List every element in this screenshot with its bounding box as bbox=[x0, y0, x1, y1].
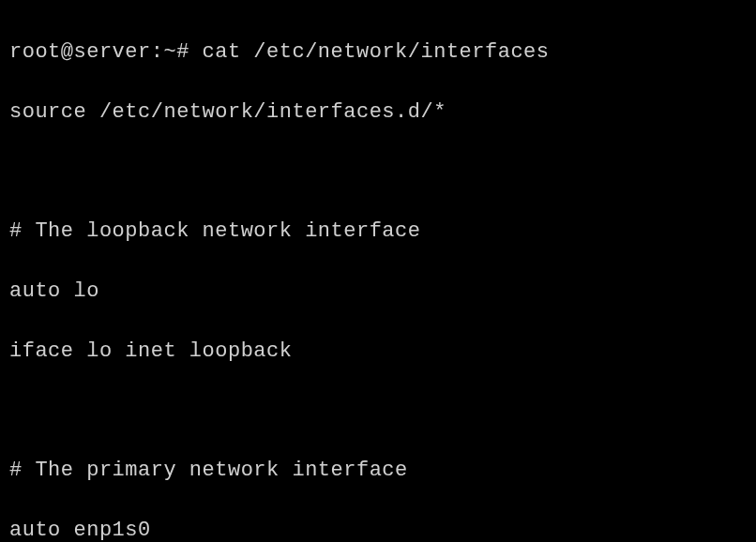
terminal-window[interactable]: root@server:~# cat /etc/network/interfac… bbox=[9, 8, 747, 542]
prompt: root@server:~# bbox=[9, 40, 203, 64]
output-line: source /etc/network/interfaces.d/* bbox=[9, 98, 747, 128]
output-line bbox=[9, 397, 747, 427]
output-line: auto lo bbox=[9, 277, 747, 307]
command-line: root@server:~# cat /etc/network/interfac… bbox=[9, 38, 747, 68]
command-text: cat /etc/network/interfaces bbox=[203, 40, 550, 64]
output-line: # The primary network interface bbox=[9, 456, 747, 486]
output-line: iface lo inet loopback bbox=[9, 337, 747, 367]
output-line: auto enp1s0 bbox=[9, 516, 747, 542]
output-line bbox=[9, 157, 747, 187]
output-line: # The loopback network interface bbox=[9, 217, 747, 247]
